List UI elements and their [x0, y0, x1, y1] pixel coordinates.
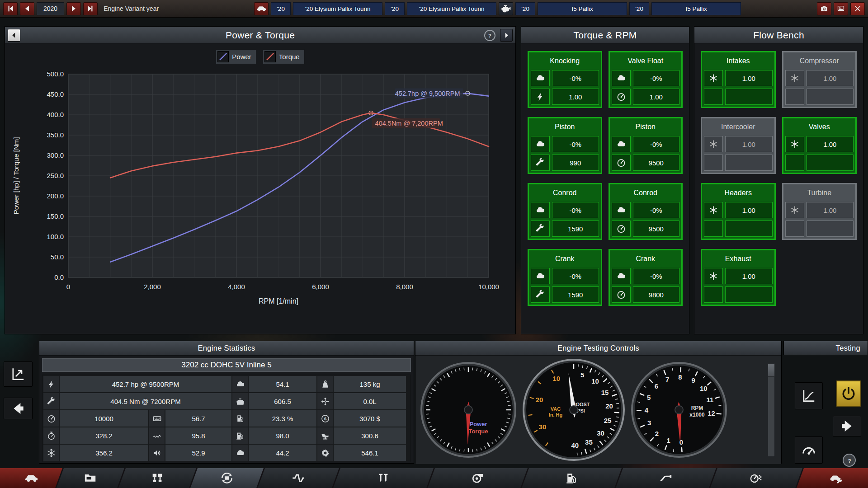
engine-family-year-badge[interactable]: '20 [629, 2, 649, 15]
throttle-slider[interactable] [768, 363, 775, 457]
limit-value: -0% [552, 202, 599, 218]
svg-text:6,000: 6,000 [312, 283, 329, 291]
wrench-icon [531, 155, 550, 171]
wrench-icon [531, 221, 550, 237]
flow-bench-header: Flow Bench [694, 27, 863, 44]
limit-box-title: Knocking [531, 54, 599, 68]
fuel-icon [565, 471, 579, 485]
limit-value: 1.00 [725, 268, 773, 284]
engine-select-button[interactable] [499, 2, 513, 15]
limit-box-knocking-0: Knocking-0%1.00 [528, 51, 602, 108]
dyno-graph-button[interactable] [795, 382, 823, 409]
svg-text:VAC: VAC [551, 406, 561, 412]
limit-value: -0% [552, 268, 599, 284]
limit-value: 1590 [552, 286, 599, 303]
svg-text:500.0: 500.0 [47, 70, 64, 78]
year-prev-button[interactable] [20, 2, 34, 15]
limit-value: 1.00 [725, 202, 773, 218]
chart-forward-button[interactable] [500, 29, 513, 42]
anvil-icon [317, 427, 333, 444]
year-last-button[interactable] [83, 2, 98, 15]
svg-text:8: 8 [678, 373, 682, 381]
forward-arrow-icon [502, 31, 510, 39]
legend-torque[interactable]: Torque [263, 49, 305, 64]
car-select-button[interactable] [254, 2, 269, 15]
svg-text:1: 1 [666, 436, 670, 444]
limit-box-title: Piston [612, 120, 680, 134]
engine-statistics-title: Engine Statistics [198, 344, 255, 352]
svg-text:200.0: 200.0 [47, 192, 64, 200]
svg-text:100.0: 100.0 [47, 233, 64, 240]
stat-value: 54.1 [249, 376, 316, 392]
limit-value: 990 [552, 155, 599, 171]
wave-icon [149, 427, 165, 444]
limit-box-title: Valve Float [612, 54, 680, 68]
fan-icon [704, 70, 723, 86]
limit-value: -0% [552, 70, 599, 86]
stat-value: 606.5 [249, 393, 316, 409]
tab-engine-testing[interactable] [710, 468, 802, 488]
legend-power[interactable]: Power [216, 49, 256, 64]
testing-help-button[interactable]: ? [843, 454, 856, 467]
run-test-button[interactable] [833, 416, 861, 436]
svg-text:RPM [1/min]: RPM [1/min] [259, 297, 298, 305]
crank-icon [292, 471, 305, 485]
stat-value: 404.5 Nm @ 7200RPM [60, 393, 231, 409]
tab-top-end[interactable] [333, 468, 434, 488]
close-button[interactable] [850, 2, 865, 15]
cloud-icon [612, 136, 631, 152]
stat-value: 3070 $ [334, 410, 406, 427]
engine-power-button[interactable] [836, 380, 861, 407]
limit-box-conrod-5: Conrod-0%9500 [609, 183, 683, 240]
limit-box-crank-7: Crank-0%9800 [609, 249, 683, 306]
engine-name: 3202 cc DOHC 5V Inline 5 [42, 358, 411, 372]
money-icon: $ [317, 410, 333, 427]
weight-icon [317, 376, 333, 392]
throttle-slider-handle[interactable] [768, 363, 775, 377]
svg-text:150.0: 150.0 [47, 212, 64, 220]
tab-car-design[interactable] [0, 468, 62, 488]
fan-icon [704, 136, 723, 152]
stat-value: 10000 [60, 410, 148, 427]
model-year-badge[interactable]: '20 [385, 2, 405, 15]
trim-year-badge[interactable]: '20 [271, 2, 291, 15]
back-nav-button[interactable] [4, 398, 33, 419]
clock-icon [43, 427, 59, 444]
big-left-arrow-icon [10, 401, 26, 416]
year-next-button[interactable] [66, 2, 81, 15]
stat-value: 328.2 [60, 427, 148, 444]
dyno-gauge: PowerTorque [420, 361, 517, 458]
tab-engine-manager[interactable] [57, 468, 124, 488]
svg-text:11: 11 [707, 396, 714, 404]
engine-variant-year-badge[interactable]: '20 [515, 2, 535, 15]
engine-variant-selector[interactable]: I5 Pallix [538, 2, 627, 15]
tab-aspiration[interactable] [428, 468, 528, 488]
svg-text:4,000: 4,000 [228, 283, 245, 291]
model-selector[interactable]: '20 Elysium Pallix Tourin [407, 2, 496, 15]
empty-icon [704, 286, 723, 303]
chart-back-button[interactable] [8, 29, 20, 42]
gauge-view-button[interactable] [795, 436, 823, 464]
tab-engine-variant[interactable] [190, 468, 264, 488]
screenshot-button[interactable] [817, 2, 831, 15]
tab-exhaust[interactable] [616, 468, 716, 488]
tab-car-assembly[interactable] [797, 468, 868, 488]
dyno-graph-icon [801, 388, 816, 404]
empty-icon [785, 89, 804, 105]
tab-bottom-end[interactable] [258, 468, 339, 488]
flow-box-intercooler: Intercooler1.00 [701, 117, 776, 174]
empty-icon [785, 155, 804, 171]
chart-help-button[interactable]: ? [484, 30, 495, 41]
year-first-button[interactable] [3, 2, 18, 15]
tab-engine-family[interactable] [118, 468, 196, 488]
trim-selector[interactable]: '20 Elysium Pallix Tourin [293, 2, 382, 15]
tab-fuel-system[interactable] [522, 468, 622, 488]
bolt-icon [43, 376, 59, 392]
svg-text:Power: Power [469, 421, 487, 427]
engine-family-selector[interactable]: I5 Pallix [651, 2, 741, 15]
power-icon [841, 386, 856, 401]
limit-box-title: Headers [704, 186, 773, 200]
expand-graph-button[interactable] [4, 361, 33, 387]
flow-bench-panel: Flow Bench Intakes1.00Compressor1.00Inte… [694, 26, 863, 334]
photo-mode-button[interactable] [834, 2, 848, 15]
